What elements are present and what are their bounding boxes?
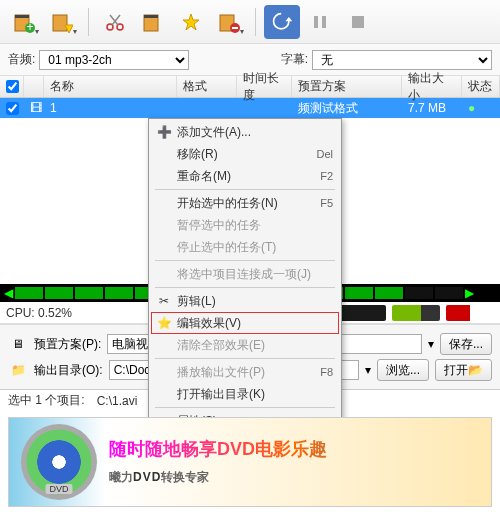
row-checkbox[interactable] <box>6 102 19 115</box>
audio-select[interactable]: 01 mp3-2ch <box>39 50 189 70</box>
col-name[interactable]: 名称 <box>44 76 177 97</box>
merge-button[interactable] <box>135 5 171 39</box>
dvd-disc-icon <box>21 424 97 500</box>
col-format[interactable]: 格式 <box>177 76 237 97</box>
open-button[interactable]: 打开 📂 <box>435 359 492 381</box>
scissors-icon: ✂ <box>156 293 172 309</box>
audio-label: 音频: <box>8 51 35 68</box>
svg-rect-15 <box>232 27 238 29</box>
prog-left-icon[interactable]: ◀ <box>4 286 13 300</box>
ctx-separator <box>155 358 335 359</box>
browse-button[interactable]: 浏览... <box>377 359 429 381</box>
svg-rect-16 <box>314 16 318 28</box>
select-all-checkbox[interactable] <box>6 80 19 93</box>
table-header: 名称 格式 时间长度 预置方案 输出大小 状态 <box>0 76 500 98</box>
file-list-area: ➕添加文件(A)... 移除(R)Del 重命名(M)F2 开始选中的任务(N)… <box>0 118 500 284</box>
ctx-stop: 停止选中的任务(T) <box>151 236 339 258</box>
toolbar-separator <box>88 8 89 36</box>
add-file-button[interactable]: +▾ <box>6 5 42 39</box>
ctx-edit-effects[interactable]: ⭐编辑效果(V) <box>151 312 339 334</box>
remove-button[interactable]: ▾ <box>211 5 247 39</box>
ctx-add-file[interactable]: ➕添加文件(A)... <box>151 121 339 143</box>
convert-button[interactable] <box>264 5 300 39</box>
col-size[interactable]: 输出大小 <box>402 76 462 97</box>
col-preset[interactable]: 预置方案 <box>292 76 402 97</box>
save-button[interactable]: 保存... <box>440 333 492 355</box>
pause-button[interactable] <box>302 5 338 39</box>
status-path: C:\1.avi <box>97 394 138 408</box>
toolbar-separator <box>255 8 256 36</box>
svg-rect-17 <box>322 16 326 28</box>
status-selection: 选中 1 个项目: <box>8 392 85 409</box>
main-toolbar: +▾ ▾ ▾ <box>0 0 500 44</box>
preset-icon: 🖥 <box>8 334 28 354</box>
star-icon: ⭐ <box>156 315 172 331</box>
preset-dropdown-icon[interactable]: ▾ <box>428 337 434 351</box>
gpu-badges <box>338 305 494 321</box>
cell-preset: 频测试格式 <box>292 100 402 117</box>
svg-marker-12 <box>183 14 199 30</box>
add-dvd-button[interactable]: ▾ <box>44 5 80 39</box>
ctx-merge: 将选中项目连接成一项(J) <box>151 263 339 285</box>
ctx-cut[interactable]: ✂剪辑(L) <box>151 290 339 312</box>
col-duration[interactable]: 时间长度 <box>237 76 292 97</box>
prog-right-icon[interactable]: ▶ <box>465 286 474 300</box>
ctx-rename[interactable]: 重命名(M)F2 <box>151 165 339 187</box>
ctx-start[interactable]: 开始选中的任务(N)F5 <box>151 192 339 214</box>
plus-icon: ➕ <box>156 124 172 140</box>
cell-size: 7.7 MB <box>402 101 462 115</box>
ati-badge <box>446 305 494 321</box>
svg-rect-4 <box>53 15 67 31</box>
ctx-remove[interactable]: 移除(R)Del <box>151 143 339 165</box>
cpu-label: CPU: 0.52% <box>6 306 72 320</box>
banner-line1: 随时随地畅享DVD电影乐趣 <box>109 437 479 461</box>
svg-rect-1 <box>15 15 29 18</box>
ctx-pause: 暂停选中的任务 <box>151 214 339 236</box>
cell-status: ● <box>462 101 500 115</box>
subtitle-select[interactable]: 无 <box>312 50 492 70</box>
svg-rect-18 <box>352 16 364 28</box>
cell-name: 1 <box>44 101 177 115</box>
col-status[interactable]: 状态 <box>462 76 500 97</box>
file-icon: 🎞 <box>24 101 44 115</box>
subtitle-label: 字幕: <box>281 51 308 68</box>
ctx-clear-effects: 清除全部效果(E) <box>151 334 339 356</box>
ctx-open-dir[interactable]: 打开输出目录(K) <box>151 383 339 405</box>
ctx-separator <box>155 189 335 190</box>
preset-label: 预置方案(P): <box>34 336 101 353</box>
cuda-badge <box>392 305 440 321</box>
folder-icon: 📁 <box>8 360 28 380</box>
ctx-separator <box>155 287 335 288</box>
context-menu: ➕添加文件(A)... 移除(R)Del 重命名(M)F2 开始选中的任务(N)… <box>148 118 342 435</box>
outdir-dropdown-icon[interactable]: ▾ <box>365 363 371 377</box>
ctx-play-output: 播放输出文件(P)F8 <box>151 361 339 383</box>
ctx-separator <box>155 260 335 261</box>
svg-text:+: + <box>26 20 33 33</box>
effects-button[interactable] <box>173 5 209 39</box>
outdir-label: 输出目录(O): <box>34 362 103 379</box>
ad-banner[interactable]: 随时随地畅享DVD电影乐趣 曦力DVD转换专家 <box>8 417 492 507</box>
banner-line2: 曦力DVD转换专家 <box>109 461 479 487</box>
svg-rect-11 <box>144 15 158 18</box>
cut-button[interactable] <box>97 5 133 39</box>
nvidia-badge <box>338 305 386 321</box>
stop-button[interactable] <box>340 5 376 39</box>
ctx-separator <box>155 407 335 408</box>
